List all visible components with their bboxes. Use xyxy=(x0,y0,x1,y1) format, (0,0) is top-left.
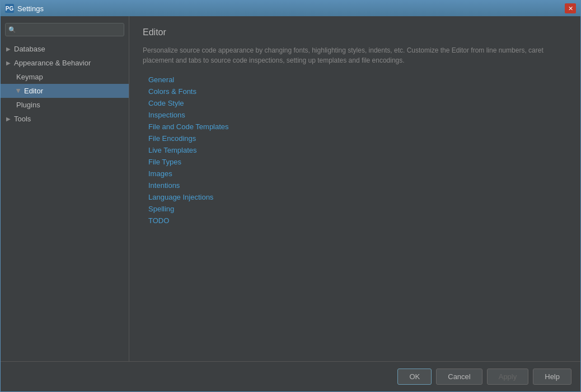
sidebar-label-database: Database xyxy=(14,45,45,53)
link-file-types[interactable]: File Types xyxy=(148,158,567,166)
main-content: Editor Personalize source code appearanc… xyxy=(129,16,580,361)
apply-button[interactable]: Apply xyxy=(487,369,529,385)
sidebar-item-keymap[interactable]: Keymap xyxy=(1,70,129,84)
expand-arrow-tools: ▶ xyxy=(6,116,11,122)
ok-button[interactable]: OK xyxy=(397,369,432,385)
link-live-templates[interactable]: Live Templates xyxy=(148,146,567,154)
sidebar-label-keymap: Keymap xyxy=(16,73,43,81)
cancel-button[interactable]: Cancel xyxy=(436,369,482,385)
window-title: Settings xyxy=(17,4,44,13)
sidebar-item-editor[interactable]: ▶ Editor xyxy=(1,84,129,98)
sidebar-label-appearance: Appearance & Behavior xyxy=(14,59,91,67)
title-bar: PG Settings ✕ xyxy=(1,1,580,16)
search-box[interactable]: 🔍 xyxy=(5,23,124,36)
content-area: 🔍 ▶ Database ▶ Appearance & Behavior Key… xyxy=(1,16,580,361)
link-intentions[interactable]: Intentions xyxy=(148,181,567,190)
editor-links: GeneralColors & FontsCode StyleInspectio… xyxy=(143,75,567,225)
sidebar-item-appearance[interactable]: ▶ Appearance & Behavior xyxy=(1,56,129,70)
sidebar-item-tools[interactable]: ▶ Tools xyxy=(1,112,129,126)
expand-arrow-appearance: ▶ xyxy=(6,60,11,66)
link-images[interactable]: Images xyxy=(148,169,567,178)
sidebar-label-plugins: Plugins xyxy=(16,101,40,109)
help-button[interactable]: Help xyxy=(533,369,571,385)
link-file-encodings[interactable]: File Encodings xyxy=(148,134,567,143)
link-colors-fonts[interactable]: Colors & Fonts xyxy=(148,87,567,96)
sidebar-item-plugins[interactable]: Plugins xyxy=(1,98,129,112)
link-spelling[interactable]: Spelling xyxy=(148,205,567,213)
sidebar-item-database[interactable]: ▶ Database xyxy=(1,42,129,56)
close-button[interactable]: ✕ xyxy=(565,3,576,13)
expand-arrow-editor: ▶ xyxy=(16,89,22,93)
sidebar-label-editor: Editor xyxy=(24,87,43,95)
search-icon: 🔍 xyxy=(8,26,16,34)
link-file-code-templates[interactable]: File and Code Templates xyxy=(148,122,567,131)
expand-arrow-database: ▶ xyxy=(6,46,11,52)
search-input[interactable] xyxy=(5,23,124,36)
page-title: Editor xyxy=(143,27,567,37)
page-description: Personalize source code appearance by ch… xyxy=(143,45,546,65)
link-language-injections[interactable]: Language Injections xyxy=(148,193,567,201)
sidebar: 🔍 ▶ Database ▶ Appearance & Behavior Key… xyxy=(1,16,129,361)
title-bar-left: PG Settings xyxy=(5,4,44,13)
app-icon: PG xyxy=(5,4,14,13)
link-code-style[interactable]: Code Style xyxy=(148,99,567,107)
link-todo[interactable]: TODO xyxy=(148,216,567,225)
sidebar-label-tools: Tools xyxy=(14,115,31,123)
link-general[interactable]: General xyxy=(148,75,567,84)
footer: OK Cancel Apply Help xyxy=(1,361,580,391)
link-inspections[interactable]: Inspections xyxy=(148,111,567,119)
settings-window: PG Settings ✕ 🔍 ▶ Database ▶ Appearance … xyxy=(0,0,581,392)
